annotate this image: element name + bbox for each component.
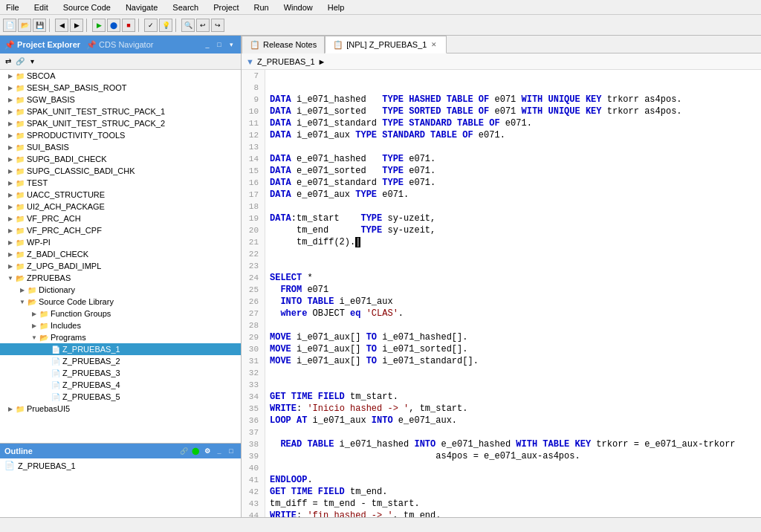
tree-item-VF_PRC_ACH[interactable]: ▶ 📁 VF_PRC_ACH: [0, 213, 241, 224]
toolbar-new[interactable]: 📄: [3, 19, 16, 32]
tree-item-WPPI[interactable]: ▶ 📁 WP-PI: [0, 236, 241, 248]
menu-help[interactable]: Help: [325, 2, 348, 13]
toolbar-search2[interactable]: 🔍: [181, 19, 195, 32]
breadcrumb-text: Z_PRUEBAS_1: [257, 57, 315, 66]
tree-item-UI2[interactable]: ▶ 📁 UI2_ACH_PACKAGE: [0, 201, 241, 213]
minimize-icon[interactable]: _: [202, 39, 213, 50]
menu-source-code[interactable]: Source Code: [60, 2, 114, 13]
outline-item-label: Z_PRUEBAS_1: [18, 461, 76, 470]
tab-npl-z-pruebas-1[interactable]: 📋 [NPL] Z_PRUEBAS_1 ✕: [325, 36, 447, 53]
link-with-editor-icon[interactable]: 🔗: [15, 56, 25, 67]
toolbar-back[interactable]: ◀: [55, 19, 68, 32]
code-line-10: 10 DATA i_e071_sorted TYPE SORTED TABLE …: [242, 106, 761, 117]
tree-item-PruebasUI5[interactable]: ▶ 📁 PruebasUI5: [0, 403, 241, 415]
menu-file[interactable]: File: [3, 2, 22, 13]
folder-icon: 📁: [39, 320, 49, 331]
tree-item-Dictionary[interactable]: ▶ 📁 Dictionary: [0, 284, 241, 296]
tree-item-SUI[interactable]: ▶ 📁 SUI_BASIS: [0, 141, 241, 153]
toolbar-undo[interactable]: ↩: [196, 19, 210, 32]
outline-maximize-icon[interactable]: □: [226, 446, 236, 456]
menu-search[interactable]: Search: [169, 2, 201, 13]
tree-item-Z_BADI[interactable]: ▶ 📁 Z_BADI_CHECK: [0, 248, 241, 260]
tree-item-ZPRUEBAS[interactable]: ▼ 📂 ZPRUEBAS: [0, 272, 241, 284]
tree-item-Z_UPG[interactable]: ▶ 📁 Z_UPG_BADI_IMPL: [0, 260, 241, 272]
code-editor[interactable]: 7 8 9 DATA i_e071_hashed TYPE HASHED TAB…: [242, 70, 761, 517]
outline-link-icon[interactable]: 🔗: [178, 446, 189, 456]
toolbar-debug[interactable]: ⬤: [107, 19, 120, 32]
tab-close-icon[interactable]: ✕: [430, 41, 438, 48]
tree-label-VF_PRC_ACH: VF_PRC_ACH: [27, 214, 81, 223]
menu-project[interactable]: Project: [210, 2, 242, 13]
code-line-16: 16 DATA e_e071_standard TYPE e071.: [242, 177, 761, 189]
toolbar-check[interactable]: ✓: [144, 19, 158, 32]
toolbar-open[interactable]: 📂: [18, 19, 31, 32]
tree-item-SGW_BASIS[interactable]: ▶ 📁 SGW_BASIS: [0, 94, 241, 106]
code-line-26: 26 INTO TABLE i_e071_aux: [242, 296, 761, 308]
outline-settings-icon[interactable]: ⚙: [202, 446, 213, 456]
tab-project-explorer[interactable]: 📌 Project Explorer: [4, 40, 80, 50]
tree-item-SPAK2[interactable]: ▶ 📁 SPAK_UNIT_TEST_STRUC_PACK_2: [0, 117, 241, 129]
menu-window[interactable]: Window: [281, 2, 316, 13]
file-icon-ZP5: 📄: [51, 392, 61, 402]
tree-arrow-ZP4: [42, 380, 51, 389]
menu-navigate[interactable]: Navigate: [123, 2, 161, 13]
collapse-all-icon[interactable]: ⇄: [3, 56, 13, 67]
code-line-22: 22: [242, 248, 761, 260]
tree-item-Programs[interactable]: ▼ 📂 Programs: [0, 331, 241, 343]
menu-edit[interactable]: Edit: [31, 2, 51, 13]
toolbar-redo[interactable]: ↪: [211, 19, 224, 32]
tree-container[interactable]: ▶ 📁 SBCOA ▶ 📁 SESH_SAP_BASIS_ROOT ▶ 📁 SG…: [0, 70, 241, 443]
folder-icon: 📁: [15, 237, 25, 247]
tree-item-SESH_SAP_BASIS_ROOT[interactable]: ▶ 📁 SESH_SAP_BASIS_ROOT: [0, 82, 241, 94]
outline-panel: Outline 🔗 ⬤ ⚙ _ □ 📄 Z_PRUEBAS_1: [0, 443, 241, 517]
outline-title: Outline: [4, 447, 33, 455]
toolbar-activate[interactable]: 💡: [159, 19, 172, 32]
tree-label-ZP5: Z_PRUEBAS_5: [62, 392, 120, 401]
tree-item-VF_PRC_ACH_CPF[interactable]: ▶ 📁 VF_PRC_ACH_CPF: [0, 224, 241, 236]
tree-item-SUPG_CLASSIC[interactable]: ▶ 📁 SUPG_CLASSIC_BADI_CHK: [0, 165, 241, 177]
tree-item-Z_PRUEBAS_2[interactable]: 📄 Z_PRUEBAS_2: [0, 355, 241, 367]
folder-icon: 📁: [15, 178, 25, 188]
tree-arrow-FG: ▶: [30, 309, 39, 318]
tab-release-notes[interactable]: 📋 Release Notes: [242, 36, 325, 53]
tree-item-Z_PRUEBAS_3[interactable]: 📄 Z_PRUEBAS_3: [0, 367, 241, 379]
tree-arrow-UI2: ▶: [6, 202, 15, 211]
view-menu-icon[interactable]: ▾: [226, 39, 236, 50]
outline-minimize-icon[interactable]: _: [214, 446, 224, 456]
tree-arrow-SESH: ▶: [6, 83, 15, 92]
tree-item-SUPG_BADI[interactable]: ▶ 📁 SUPG_BADI_CHECK: [0, 153, 241, 165]
toolbar-save[interactable]: 💾: [33, 19, 46, 32]
tree-label-Inc: Includes: [51, 321, 81, 330]
tree-item-SPAK1[interactable]: ▶ 📁 SPAK_UNIT_TEST_STRUC_PACK_1: [0, 106, 241, 117]
tree-item-SPROD[interactable]: ▶ 📁 SPRODUCTIVITY_TOOLS: [0, 129, 241, 141]
tree-item-SourceCodeLibrary[interactable]: ▼ 📂 Source Code Library: [0, 296, 241, 308]
tree-item-Z_PRUEBAS_1[interactable]: 📄 Z_PRUEBAS_1: [0, 343, 241, 355]
tree-item-FunctionGroups[interactable]: ▶ 📁 Function Groups: [0, 308, 241, 319]
toolbar-run[interactable]: ▶: [92, 19, 106, 32]
folder-icon: 📁: [15, 225, 25, 236]
outline-item-Z_PRUEBAS_1[interactable]: 📄 Z_PRUEBAS_1: [4, 460, 236, 471]
tree-item-SBCOA[interactable]: ▶ 📁 SBCOA: [0, 70, 241, 82]
maximize-icon[interactable]: □: [214, 39, 224, 50]
outline-item-icon: 📄: [4, 461, 15, 470]
toolbar-stop[interactable]: ■: [122, 19, 135, 32]
tree-item-Includes[interactable]: ▶ 📁 Includes: [0, 319, 241, 331]
left-panel-controls: _ □ ▾: [202, 39, 236, 50]
tree-arrow-ZP1: [42, 345, 51, 354]
tree-arrow-Inc: ▶: [30, 321, 39, 330]
tab-cds-navigator[interactable]: 📌 CDS Navigator: [86, 40, 153, 50]
tree-item-Z_PRUEBAS_4[interactable]: 📄 Z_PRUEBAS_4: [0, 379, 241, 391]
tree-menu-icon[interactable]: ▾: [27, 56, 37, 67]
outline-green-icon[interactable]: ⬤: [190, 446, 201, 456]
tree-item-Z_PRUEBAS_5[interactable]: 📄 Z_PRUEBAS_5: [0, 391, 241, 403]
code-line-23: 23: [242, 260, 761, 272]
toolbar-forward[interactable]: ▶: [70, 19, 83, 32]
folder-icon: 📁: [15, 94, 25, 105]
tree-label-SCL: Source Code Library: [39, 297, 114, 306]
file-icon-ZP4: 📄: [51, 380, 61, 390]
npl-label: [NPL] Z_PRUEBAS_1: [346, 40, 427, 49]
menu-run[interactable]: Run: [250, 2, 271, 13]
file-icon-ZP1: 📄: [51, 344, 61, 354]
tree-item-TEST[interactable]: ▶ 📁 TEST: [0, 177, 241, 189]
tree-item-UACC[interactable]: ▶ 📁 UACC_STRUCTURE: [0, 189, 241, 201]
